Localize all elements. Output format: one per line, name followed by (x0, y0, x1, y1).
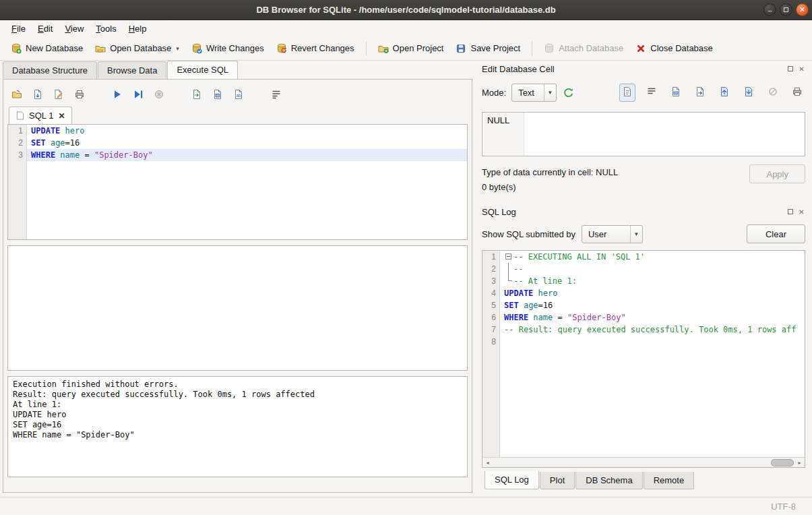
close-database-icon (635, 43, 646, 54)
execute-sql-panel: ab SQL 1 ✕ 1 2 3 UPDATE hero (3, 79, 472, 493)
mode-select[interactable]: Text ▾ (511, 84, 556, 102)
print-sql-icon[interactable] (74, 89, 85, 100)
close-panel-icon[interactable]: ✕ (798, 208, 805, 216)
sql-tab-close-icon[interactable]: ✕ (58, 111, 65, 121)
code-line: SET age=16 (27, 137, 467, 149)
edit-cell-title: Edit Database Cell (482, 64, 555, 74)
open-database-icon (95, 43, 106, 54)
submitted-by-select[interactable]: User ▾ (582, 225, 643, 243)
sql-editor[interactable]: 1 2 3 UPDATE hero SET age=16 WHERE name … (7, 124, 468, 240)
fold-marker-icon[interactable] (504, 251, 513, 263)
execution-log-line: Result: query executed successfully. Too… (13, 390, 462, 400)
write-changes-icon (191, 43, 202, 54)
attach-database-icon (544, 43, 555, 54)
cell-mode-row: Mode: Text ▾ (482, 82, 805, 102)
tab-database-structure[interactable]: Database Structure (3, 61, 97, 79)
open-project-button[interactable]: Open Project (373, 40, 449, 57)
minimize-button[interactable]: – (763, 3, 776, 16)
bottom-tab-db-schema[interactable]: DB Schema (575, 472, 642, 489)
close-panel-icon[interactable]: ✕ (798, 65, 805, 73)
svg-text:ab: ab (237, 93, 242, 98)
mode-label: Mode: (482, 88, 506, 98)
open-in-external-icon[interactable] (716, 84, 732, 102)
save-results-icon[interactable] (212, 89, 223, 100)
menu-tools[interactable]: Tools (90, 22, 122, 36)
sql-document-icon (16, 111, 24, 120)
revert-changes-icon (276, 43, 287, 54)
horizontal-scrollbar[interactable]: ◂ ▸ (482, 457, 805, 467)
export-results-icon[interactable] (191, 89, 202, 100)
save-project-button[interactable]: Save Project (450, 40, 526, 57)
save-as-icon[interactable] (741, 84, 757, 102)
cell-value-editor[interactable]: NULL (482, 112, 805, 156)
sql-log-viewer[interactable]: 1 2 3 4 5 6 7 8 -- EXECUTING ALL IN 'SQL… (482, 250, 805, 468)
execution-log-line: Execution finished without errors. (13, 380, 462, 390)
sql-log-filter-row: Show SQL submitted by User ▾ Clear (482, 224, 805, 244)
open-database-dropdown-icon[interactable]: ▾ (176, 45, 179, 52)
float-panel-icon[interactable] (786, 208, 794, 216)
sql-tabbar: SQL 1 ✕ (7, 107, 468, 124)
execution-log-line: WHERE name = "Spider-Boy" (13, 430, 462, 440)
bottom-tabbar: SQL Log Plot DB Schema Remote (482, 472, 805, 489)
import-data-icon[interactable] (668, 84, 684, 102)
main-toolbar: New Database Open Database ▾ Write Chang… (0, 36, 812, 61)
clear-button[interactable]: Clear (747, 224, 805, 243)
execute-current-line-icon[interactable] (133, 89, 144, 100)
maximize-button[interactable] (780, 3, 792, 16)
revert-changes-button[interactable]: Revert Changes (271, 40, 360, 57)
find-replace-icon[interactable]: ab (233, 89, 244, 100)
save-sql-as-icon[interactable] (53, 89, 64, 100)
new-database-icon (11, 43, 22, 54)
execution-log[interactable]: Execution finished without errors. Resul… (7, 376, 468, 477)
editor-line-numbers: 1 2 3 (8, 125, 27, 239)
close-button[interactable]: ✕ (796, 3, 809, 16)
set-null-icon[interactable] (765, 84, 781, 102)
bottom-tab-sql-log[interactable]: SQL Log (485, 471, 539, 489)
close-database-button[interactable]: Close Database (630, 40, 718, 57)
tab-browse-data[interactable]: Browse Data (98, 61, 166, 79)
save-project-icon (456, 43, 466, 54)
menu-help[interactable]: Help (123, 22, 153, 36)
results-grid[interactable] (7, 245, 468, 371)
scroll-right-icon[interactable]: ▸ (794, 458, 805, 468)
float-panel-icon[interactable] (786, 65, 794, 73)
scrollbar-thumb[interactable] (771, 459, 794, 466)
titlebar[interactable]: DB Browser for SQLite - /home/user/code/… (0, 0, 812, 20)
new-database-button[interactable]: New Database (5, 40, 88, 57)
word-wrap-icon[interactable] (271, 89, 282, 100)
execution-log-line: UPDATE hero (13, 410, 462, 420)
word-wrap-icon[interactable] (644, 84, 660, 102)
bottom-tab-remote[interactable]: Remote (644, 472, 695, 489)
execution-log-line: At line 1: (13, 400, 462, 410)
cell-editor-icons (619, 84, 805, 102)
print-cell-icon[interactable] (789, 84, 805, 102)
bottom-tab-plot[interactable]: Plot (540, 472, 575, 489)
log-line: UPDATE hero (500, 287, 805, 299)
editor-code-area[interactable]: UPDATE hero SET age=16 WHERE name = "Spi… (27, 125, 467, 239)
log-code-area: -- EXECUTING ALL IN 'SQL 1' -- -- At lin… (500, 251, 805, 457)
menu-edit[interactable]: Edit (32, 22, 59, 36)
toolbar-separator (366, 41, 367, 56)
encoding-indicator[interactable]: UTF-8 (771, 502, 796, 512)
write-changes-button[interactable]: Write Changes (186, 40, 270, 57)
chevron-down-icon: ▾ (544, 84, 556, 101)
auto-switch-mode-icon[interactable] (562, 86, 574, 98)
text-view-icon[interactable] (619, 84, 635, 102)
log-line-numbers: 1 2 3 4 5 6 7 8 (482, 251, 500, 457)
sql-tab[interactable]: SQL 1 ✕ (9, 107, 72, 124)
sql-log-header: SQL Log ✕ (482, 205, 805, 218)
left-pane: Database Structure Browse Data Execute S… (0, 61, 476, 497)
open-sql-file-icon[interactable] (11, 89, 22, 100)
save-sql-file-icon[interactable] (32, 89, 43, 100)
right-pane: Edit Database Cell ✕ Mode: Text ▾ (476, 61, 812, 497)
log-line: -- EXECUTING ALL IN 'SQL 1' (500, 251, 805, 263)
menu-view[interactable]: View (59, 22, 90, 36)
execute-all-icon[interactable] (112, 89, 123, 100)
export-data-icon[interactable] (692, 84, 708, 102)
menu-file[interactable]: File (5, 22, 32, 36)
main-tabbar: Database Structure Browse Data Execute S… (0, 61, 476, 79)
scroll-left-icon[interactable]: ◂ (482, 458, 493, 468)
cell-text-area[interactable] (524, 113, 805, 156)
open-database-button[interactable]: Open Database ▾ (90, 40, 185, 57)
tab-execute-sql[interactable]: Execute SQL (167, 61, 238, 79)
